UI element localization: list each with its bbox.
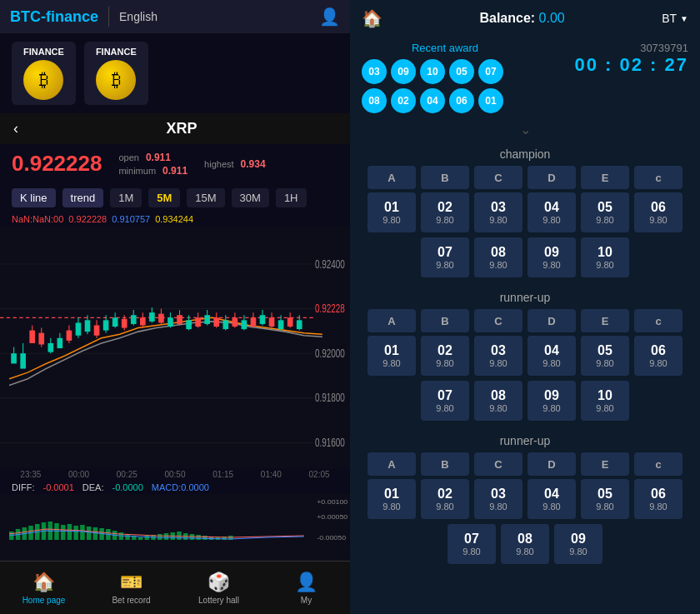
candlestick-svg: 0.92400 0.92228 0.92000 0.91800 0.91600 [0,226,350,468]
high-stat: highest 0.934 [204,158,266,170]
col-header-E[interactable]: E [581,452,629,476]
number-cell-value: 10 [598,388,612,403]
number-cell-odds: 9.80 [436,403,453,413]
number-cell[interactable]: 019.80 [368,192,416,232]
number-cell[interactable]: 079.80 [421,381,469,421]
number-cell[interactable]: 039.80 [474,479,522,519]
nav-lottery[interactable]: 🎲 Lottery hall [175,562,262,614]
nav-my[interactable]: 👤 My [262,562,350,614]
finance-card-2[interactable]: FINANCE ₿ [84,42,148,105]
number-cell[interactable]: 059.80 [581,192,629,232]
number-cell[interactable]: 079.80 [448,524,496,564]
currency-selector[interactable]: BT ▼ [662,12,688,25]
col-header-D[interactable]: D [528,452,576,476]
number-cell[interactable]: 099.80 [554,524,602,564]
col-header-E[interactable]: E [581,166,629,189]
chevron-row[interactable]: ⌄ [350,118,700,141]
number-cell[interactable]: 039.80 [474,336,522,376]
number-cell[interactable]: 019.80 [368,336,416,376]
col-header-D[interactable]: D [528,309,576,332]
col-header-C[interactable]: C [474,452,522,476]
number-cell[interactable]: 039.80 [474,192,522,232]
header-left: BTC-finance English [10,7,158,27]
col-header-B[interactable]: B [421,309,469,332]
number-cell-odds: 9.80 [596,502,613,512]
svg-rect-9 [20,353,26,368]
col-header-A[interactable]: A [368,309,416,332]
number-cell[interactable]: 049.80 [528,479,576,519]
number-cell[interactable]: 019.80 [368,479,416,519]
col-header-E[interactable]: E [581,309,629,332]
number-grid-1: 019.80029.80039.80049.80059.80069.80079.… [350,336,700,427]
number-cell[interactable]: 029.80 [421,192,469,232]
kline-button[interactable]: K line [12,188,56,207]
number-cell[interactable]: 059.80 [581,479,629,519]
back-arrow-icon[interactable]: ‹ [13,120,18,137]
15m-button[interactable]: 15M [187,188,224,207]
finance-label-1: FINANCE [23,47,64,57]
col-header-B[interactable]: B [421,166,469,189]
svg-rect-87 [87,527,92,540]
number-cell[interactable]: 089.80 [501,524,549,564]
col-header-A[interactable]: A [368,166,416,189]
col-header-B[interactable]: B [421,452,469,476]
bet-record-label: Bet record [112,596,150,605]
number-cell[interactable]: 029.80 [421,336,469,376]
col-header-c[interactable]: c [634,166,682,189]
col-header-A[interactable]: A [368,452,416,476]
x-axis: 23:35 00:00 00:25 00:50 01:15 01:40 02:0… [0,468,350,481]
nav-home[interactable]: 🏠 Home page [0,562,88,614]
language-label[interactable]: English [119,10,158,23]
1h-button[interactable]: 1H [276,188,307,207]
svg-rect-86 [80,525,85,540]
home-label: Home page [22,596,66,605]
number-cell[interactable]: 049.80 [528,336,576,376]
number-cell[interactable]: 049.80 [528,192,576,232]
number-cell-value: 02 [438,343,452,358]
user-icon[interactable]: 👤 [319,7,340,27]
macd-val: MACD:0.0000 [152,482,209,492]
diff-row: DIFF: -0.0001 DEA: -0.0000 MACD:0.0000 [0,481,350,494]
trend-button[interactable]: trend [62,188,104,207]
col-header-D[interactable]: D [528,166,576,189]
30m-button[interactable]: 30M [232,188,269,207]
x-label-3: 00:50 [164,470,185,479]
finance-card-1[interactable]: FINANCE ₿ [12,42,76,105]
number-cell[interactable]: 059.80 [581,336,629,376]
svg-rect-57 [242,320,248,329]
number-cell[interactable]: 109.80 [581,237,629,277]
recent-ball: 02 [391,88,416,113]
number-cell[interactable]: 099.80 [528,237,576,277]
coin-icon-1: ₿ [23,60,63,100]
number-cell[interactable]: 069.80 [634,479,682,519]
number-cell[interactable]: 089.80 [474,381,522,421]
number-cell[interactable]: 069.80 [634,192,682,232]
right-home-icon[interactable]: 🏠 [362,8,382,28]
5m-button[interactable]: 5M [148,188,180,207]
number-cell[interactable]: 069.80 [634,336,682,376]
svg-rect-17 [58,338,63,348]
number-cell-odds: 9.80 [596,358,613,368]
col-header-c[interactable]: c [634,452,682,476]
svg-rect-39 [158,314,164,323]
recent-ball: 06 [449,88,474,113]
open-label: open [118,152,138,162]
col-header-c[interactable]: c [634,309,682,332]
1m-button[interactable]: 1M [110,188,142,207]
col-header-C[interactable]: C [474,166,522,189]
number-cell[interactable]: 109.80 [581,381,629,421]
number-cell[interactable]: 099.80 [528,381,576,421]
svg-rect-23 [85,320,91,332]
x-label-6: 02:05 [309,470,330,479]
balance-area: Balance: 0.00 [479,11,564,26]
nav-bet-record[interactable]: 🎫 Bet record [88,562,175,614]
col-header-C[interactable]: C [474,309,522,332]
recent-ball: 10 [420,59,445,84]
svg-rect-65 [278,320,284,329]
number-cell[interactable]: 089.80 [474,237,522,277]
number-cell-value: 08 [491,388,506,403]
number-cell[interactable]: 079.80 [421,237,469,277]
column-headers-0: ABCDEc [350,166,700,192]
number-cell[interactable]: 029.80 [421,479,469,519]
svg-rect-11 [29,331,35,343]
